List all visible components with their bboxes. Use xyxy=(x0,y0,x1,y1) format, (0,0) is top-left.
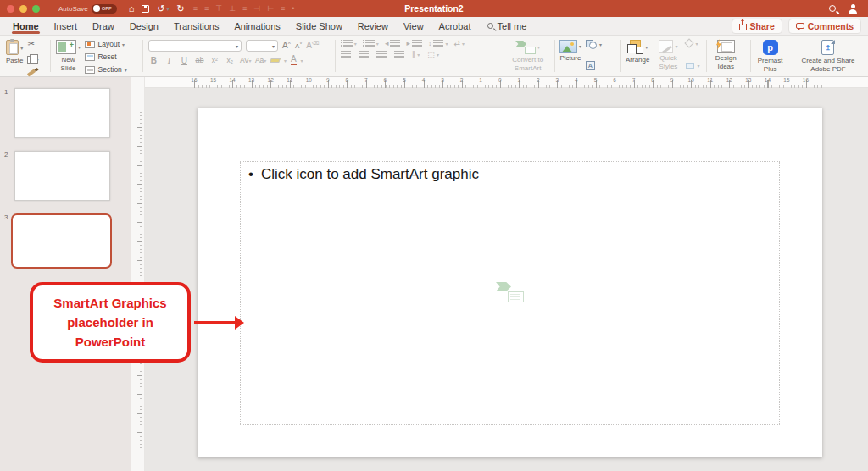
reset-button[interactable]: Reset xyxy=(85,53,126,61)
premast-plus-button[interactable]: p Premast Plus xyxy=(753,39,788,74)
ribbon-tab-bar: Home Insert Draw Design Transitions Anim… xyxy=(0,17,868,36)
grow-font-button[interactable]: A˄ xyxy=(282,41,291,50)
text-box-button[interactable]: A xyxy=(586,61,602,70)
subscript-button[interactable]: x₂ xyxy=(225,56,236,64)
insert-smartart-icon[interactable] xyxy=(494,280,526,304)
increase-indent-button[interactable]: ▸ xyxy=(406,40,422,47)
shapes-button[interactable]: ▾ xyxy=(586,40,602,49)
new-slide-dropdown-icon[interactable]: ▾ xyxy=(78,44,81,50)
paste-button[interactable]: ▾ Paste xyxy=(3,39,25,66)
clear-format-button[interactable]: A⌫ xyxy=(306,41,319,50)
window-title: Presentation2 xyxy=(404,3,463,14)
tell-me-control[interactable]: Tell me xyxy=(487,21,527,31)
autosave-toggle[interactable]: OFF xyxy=(92,4,117,14)
tell-me-label: Tell me xyxy=(498,21,527,31)
tab-design[interactable]: Design xyxy=(122,17,166,35)
tab-home[interactable]: Home xyxy=(5,17,47,35)
toolbar-overflow-icon[interactable]: • xyxy=(292,4,294,13)
comments-button[interactable]: Comments xyxy=(788,19,861,34)
minimize-window-button[interactable] xyxy=(19,5,27,13)
ribbon-tabs: Home Insert Draw Design Transitions Anim… xyxy=(0,17,479,35)
slide-thumbnail-1[interactable] xyxy=(14,88,110,138)
paste-dropdown-icon[interactable]: ▾ xyxy=(20,45,23,51)
arrange-button[interactable]: ▾ Arrange xyxy=(623,39,652,65)
cut-button[interactable]: ✂ xyxy=(27,39,38,48)
autosave-control[interactable]: AutoSave OFF xyxy=(58,4,117,14)
character-spacing-button[interactable]: AV▾ xyxy=(240,56,251,64)
home-icon[interactable]: ⌂ xyxy=(129,4,135,14)
highlight-dropdown-icon[interactable]: ▾ xyxy=(284,58,287,64)
line-spacing-icon xyxy=(433,40,443,47)
design-ideas-button[interactable]: Design Ideas xyxy=(709,39,743,71)
strikethrough-button[interactable]: ab xyxy=(194,56,205,64)
italic-button[interactable]: I xyxy=(164,56,175,65)
slide-canvas[interactable]: • Click icon to add SmartArt graphic xyxy=(198,108,822,457)
premast-group: p Premast Plus xyxy=(753,36,792,76)
change-case-button[interactable]: Aa▾ xyxy=(255,56,266,64)
search-icon[interactable] xyxy=(829,5,836,12)
tab-slide-show[interactable]: Slide Show xyxy=(288,17,350,35)
align-text-button[interactable]: ⬚▾ xyxy=(427,51,439,58)
tab-animations[interactable]: Animations xyxy=(226,17,287,35)
close-window-button[interactable] xyxy=(7,5,14,13)
numbering-button[interactable]: ▾ xyxy=(363,40,379,47)
share-button[interactable]: Share xyxy=(732,19,782,34)
design-ideas-label: Design Ideas xyxy=(711,54,740,70)
shape-fill-icon xyxy=(685,38,694,47)
hruler-numbers: 1615141312111098765432101234567891011121… xyxy=(194,77,825,83)
line-spacing-button[interactable]: ↕▾ xyxy=(428,40,448,47)
align-right-icon[interactable] xyxy=(376,51,387,58)
bold-button[interactable]: B xyxy=(148,56,159,65)
undo-dropdown-icon[interactable]: ▾ xyxy=(167,6,170,12)
create-share-adobe-pdf-button[interactable]: Create and Share Adobe PDF xyxy=(792,39,865,74)
ruler-number: 6 xyxy=(376,77,395,83)
zoom-window-button[interactable] xyxy=(32,5,40,13)
picture-button[interactable]: ▾ Picture xyxy=(557,39,584,64)
format-painter-button[interactable] xyxy=(27,71,38,75)
bullets-button[interactable]: ▾ xyxy=(341,40,357,47)
smartart-placeholder[interactable]: • Click icon to add SmartArt graphic xyxy=(240,161,780,425)
layout-button[interactable]: Layout ▾ xyxy=(85,40,126,48)
font-color-button[interactable]: A xyxy=(291,55,297,65)
shrink-font-button[interactable]: A˅ xyxy=(295,42,302,50)
convert-to-smartart-button[interactable]: ▾ Convert to SmartArt xyxy=(506,39,550,73)
slide-thumbnail-3-selected[interactable] xyxy=(11,213,112,269)
font-size-combobox[interactable]: ▾ xyxy=(246,40,278,52)
adobe-pdf-icon xyxy=(821,40,834,55)
tab-draw[interactable]: Draw xyxy=(85,17,122,35)
align-center-icon[interactable] xyxy=(359,51,369,58)
highlight-color-icon[interactable] xyxy=(270,58,281,63)
convert-smartart-icon xyxy=(515,40,536,54)
reset-icon xyxy=(85,53,95,61)
tab-review[interactable]: Review xyxy=(350,17,396,35)
ruler-number: 14 xyxy=(223,77,242,83)
copy-button[interactable]: ▾ xyxy=(27,56,38,64)
account-icon[interactable] xyxy=(848,4,858,14)
redo-icon[interactable]: ↻ xyxy=(177,4,185,14)
slide-thumbnail-2[interactable] xyxy=(14,151,110,201)
font-color-dropdown-icon[interactable]: ▾ xyxy=(301,58,303,64)
tab-view[interactable]: View xyxy=(396,17,431,35)
picture-dropdown-icon[interactable]: ▾ xyxy=(579,43,581,49)
underline-button[interactable]: U xyxy=(179,56,190,65)
new-slide-button[interactable]: ▾ New Slide xyxy=(53,39,83,73)
columns-button[interactable]: ∥▾ xyxy=(412,51,420,58)
section-button[interactable]: Section ▾ xyxy=(85,65,126,74)
convert-smartart-dropdown-icon[interactable]: ▾ xyxy=(537,44,540,50)
justify-icon[interactable] xyxy=(394,51,404,58)
tab-transitions[interactable]: Transitions xyxy=(166,17,226,35)
arrange-dropdown-icon[interactable]: ▾ xyxy=(645,44,648,50)
tab-acrobat[interactable]: Acrobat xyxy=(431,17,479,35)
quick-styles-dropdown-icon[interactable]: ▾ xyxy=(675,43,677,49)
align-left-icon[interactable] xyxy=(341,51,351,58)
superscript-button[interactable]: x² xyxy=(209,56,220,64)
shape-outline-button[interactable]: ▾ xyxy=(686,63,699,69)
quick-styles-button[interactable]: ▾ Quick Styles xyxy=(652,39,684,71)
font-name-combobox[interactable]: ▾ xyxy=(148,40,242,52)
tab-insert[interactable]: Insert xyxy=(47,17,86,35)
save-icon[interactable] xyxy=(142,5,149,13)
shape-fill-button[interactable]: ▾ xyxy=(686,40,699,47)
decrease-indent-button[interactable]: ◂ xyxy=(385,40,401,47)
text-direction-button[interactable]: ⇄▾ xyxy=(453,40,465,47)
undo-icon[interactable]: ↺ xyxy=(157,4,164,14)
